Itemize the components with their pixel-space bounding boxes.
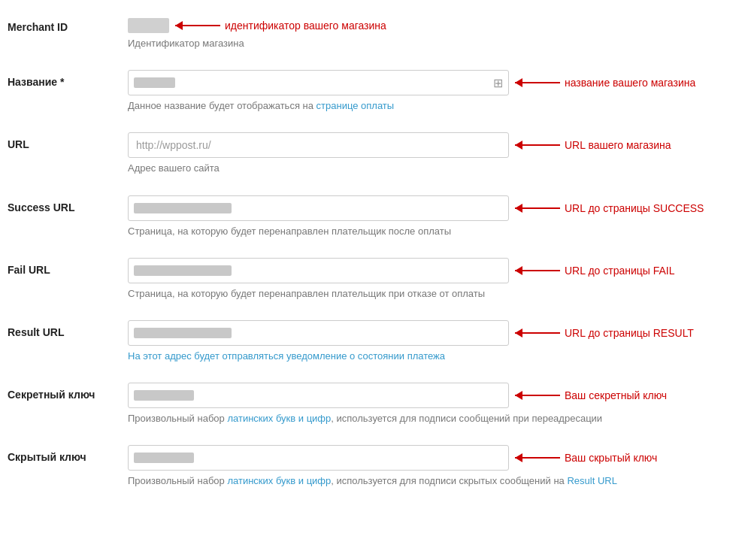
result-url-annotation: URL до страницы RESULT [515, 327, 740, 339]
hidden-key-annotation: Ваш скрытый ключ [515, 452, 740, 464]
result-url-arrow [515, 332, 560, 334]
hidden-key-blur [134, 453, 194, 463]
merchant-id-annotation-text: идентификатор вашего магазина [225, 20, 386, 32]
result-url-hint: На этот адрес будет отправляться уведомл… [128, 350, 740, 363]
result-url-annotation-text: URL до страницы RESULT [565, 327, 694, 339]
merchant-id-row: Merchant ID идентификатор вашего магазин… [8, 15, 740, 56]
name-annotation-text: название вашего магазина [565, 77, 695, 89]
hidden-key-hint-link: латинских букв и цифр [227, 475, 331, 486]
success-url-hint: Страница, на которую будет перенаправлен… [128, 225, 740, 238]
url-label: URL [8, 132, 128, 150]
success-url-row: Success URL URL до страницы SUCCESS Стра… [8, 195, 740, 244]
result-url-field: URL до страницы RESULT На этот адрес буд… [128, 320, 740, 363]
secret-key-annotation-text: Ваш секретный ключ [565, 389, 667, 401]
name-row: Название * ⊞ название вашего магазина Да… [8, 70, 740, 119]
result-url-blur [134, 328, 232, 338]
name-input-row: ⊞ название вашего магазина [128, 70, 740, 95]
name-hint-link[interactable]: странице оплаты [316, 100, 395, 111]
secret-key-hint: Произвольный набор латинских букв и цифр… [128, 412, 740, 425]
url-annotation: URL вашего магазина [515, 139, 740, 151]
hidden-key-hint-link2: Result URL [567, 475, 616, 486]
result-url-label: Result URL [8, 320, 128, 338]
secret-key-input-wrapper [128, 383, 509, 408]
success-url-annotation: URL до страницы SUCCESS [515, 202, 740, 214]
fail-url-hint: Страница, на которую будет перенаправлен… [128, 287, 740, 301]
success-url-arrow [515, 207, 560, 209]
fail-url-arrow [515, 270, 560, 271]
secret-key-annotation: Ваш секретный ключ [515, 389, 740, 401]
success-url-input-wrapper [128, 195, 509, 221]
secret-key-label: Секретный ключ [8, 383, 128, 401]
fail-url-input-row: URL до страницы FAIL [128, 258, 740, 283]
url-arrow [515, 144, 560, 146]
secret-key-input-row: Ваш секретный ключ [128, 383, 740, 408]
success-url-annotation-text: URL до страницы SUCCESS [565, 202, 704, 214]
result-url-input-row: URL до страницы RESULT [128, 320, 740, 346]
hidden-key-input-row: Ваш скрытый ключ [128, 445, 740, 471]
secret-key-hint-link: латинских букв и цифр [227, 413, 331, 424]
name-input-wrapper: ⊞ [128, 70, 509, 95]
name-label: Название * [8, 70, 128, 88]
name-annotation: название вашего магазина [515, 77, 740, 89]
merchant-id-annotation: идентификатор вашего магазина [175, 20, 401, 32]
merchant-id-hint: Идентификатор магазина [128, 37, 740, 50]
fail-url-label: Fail URL [8, 258, 128, 276]
hidden-key-annotation-text: Ваш скрытый ключ [565, 452, 657, 464]
name-arrow [515, 82, 560, 83]
url-annotation-text: URL вашего магазина [565, 139, 671, 151]
url-input[interactable] [128, 132, 509, 158]
success-url-input-row: URL до страницы SUCCESS [128, 195, 740, 221]
fail-url-annotation: URL до страницы FAIL [515, 265, 740, 277]
name-blur [134, 77, 175, 88]
url-input-wrapper [128, 132, 509, 158]
secret-key-row: Секретный ключ Ваш секретный ключ Произв… [8, 383, 740, 431]
hidden-key-arrow [515, 457, 560, 459]
result-url-row: Result URL URL до страницы RESULT На это… [8, 320, 740, 369]
merchant-id-value [128, 18, 169, 33]
fail-url-field: URL до страницы FAIL Страница, на котору… [128, 258, 740, 301]
success-url-field: URL до страницы SUCCESS Страница, на кот… [128, 195, 740, 238]
url-hint: Адрес вашего сайта [128, 162, 740, 175]
result-url-input-wrapper [128, 320, 509, 346]
name-input[interactable] [128, 70, 509, 95]
settings-form: Merchant ID идентификатор вашего магазин… [8, 15, 740, 495]
fail-url-row: Fail URL URL до страницы FAIL Страница, … [8, 258, 740, 307]
key-icon: ⊞ [493, 76, 503, 90]
hidden-key-row: Скрытый ключ Ваш скрытый ключ Произвольн… [8, 445, 740, 494]
merchant-id-arrow [175, 25, 220, 26]
secret-key-arrow [515, 395, 560, 396]
name-hint: Данное название будет отображаться на ст… [128, 99, 740, 113]
secret-key-blur [134, 390, 194, 401]
merchant-id-section: идентификатор вашего магазина [128, 15, 740, 33]
merchant-id-field: идентификатор вашего магазина Идентифика… [128, 15, 740, 50]
url-field: URL вашего магазина Адрес вашего сайта [128, 132, 740, 175]
success-url-blur [134, 203, 232, 213]
merchant-id-label: Merchant ID [8, 15, 128, 33]
hidden-key-hint: Произвольный набор латинских букв и цифр… [128, 474, 740, 488]
hidden-key-input-wrapper [128, 445, 509, 471]
url-input-row: URL вашего магазина [128, 132, 740, 158]
fail-url-blur [134, 265, 232, 276]
name-field: ⊞ название вашего магазина Данное назван… [128, 70, 740, 113]
hidden-key-label: Скрытый ключ [8, 445, 128, 463]
fail-url-input-wrapper [128, 258, 509, 283]
hidden-key-field: Ваш скрытый ключ Произвольный набор лати… [128, 445, 740, 488]
url-row: URL URL вашего магазина Адрес вашего сай… [8, 132, 740, 181]
success-url-label: Success URL [8, 195, 128, 213]
fail-url-annotation-text: URL до страницы FAIL [565, 265, 675, 277]
secret-key-field: Ваш секретный ключ Произвольный набор ла… [128, 383, 740, 425]
